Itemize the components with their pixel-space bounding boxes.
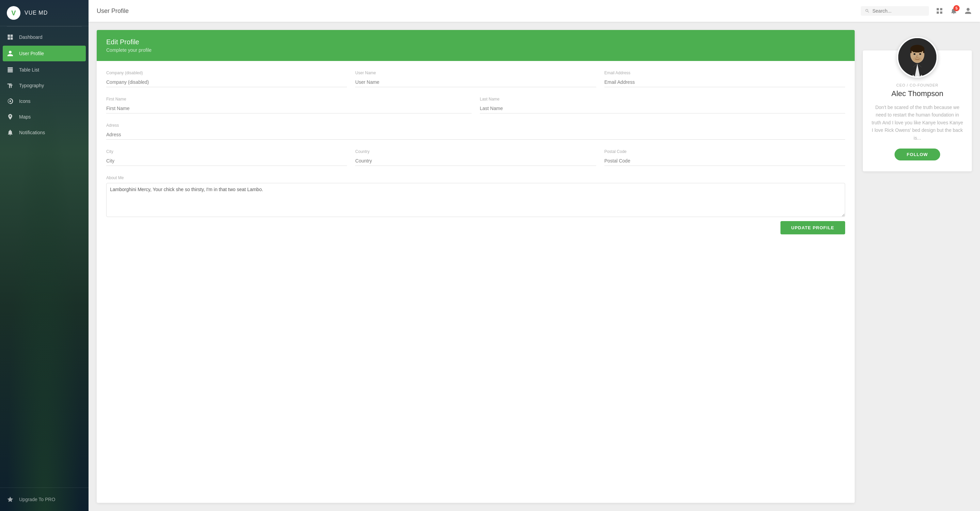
- username-group: User Name: [355, 70, 596, 87]
- app-name: VUE MD: [24, 10, 48, 16]
- profile-role: CEO / CO-FOUNDER: [896, 83, 939, 87]
- country-input[interactable]: [355, 156, 596, 166]
- notifications-bell-btn[interactable]: 5: [950, 7, 958, 14]
- company-label: Company (disabled): [106, 70, 347, 75]
- content-area: Edit Profile Complete your profile Compa…: [89, 22, 980, 511]
- lastname-label: Last Name: [480, 97, 845, 102]
- svg-point-0: [10, 100, 11, 102]
- svg-point-9: [920, 53, 921, 55]
- form-row-3: Adress: [106, 123, 845, 140]
- country-group: Country: [355, 149, 596, 166]
- company-group: Company (disabled): [106, 70, 347, 87]
- sidebar-item-notifications[interactable]: Notifications: [0, 125, 89, 140]
- dashboard-label: Dashboard: [19, 34, 43, 40]
- typography-label: Typography: [19, 83, 44, 88]
- form-header: Edit Profile Complete your profile: [97, 30, 855, 61]
- email-group: Email Address: [605, 70, 845, 87]
- sidebar-logo: V VUE MD: [0, 0, 89, 26]
- form-row-1: Company (disabled) User Name Email Addre…: [106, 70, 845, 87]
- address-input[interactable]: [106, 130, 845, 140]
- postal-label: Postal Code: [605, 149, 845, 154]
- svg-point-10: [913, 57, 922, 62]
- follow-button[interactable]: FOLLOW: [894, 148, 940, 161]
- firstname-input[interactable]: [106, 103, 472, 113]
- maps-label: Maps: [19, 114, 31, 119]
- sidebar-item-dashboard[interactable]: Dashboard: [0, 29, 89, 45]
- firstname-label: First Name: [106, 97, 472, 102]
- account-icon-btn[interactable]: [964, 7, 972, 14]
- city-input[interactable]: [106, 156, 347, 166]
- svg-point-8: [913, 53, 916, 55]
- postal-input[interactable]: [605, 156, 845, 166]
- grid-icon-btn[interactable]: [936, 7, 943, 14]
- city-group: City: [106, 149, 347, 166]
- username-label: User Name: [355, 70, 596, 75]
- form-actions: UPDATE PROFILE: [106, 221, 845, 234]
- form-subtitle: Complete your profile: [106, 47, 845, 53]
- address-label: Adress: [106, 123, 845, 128]
- header: User Profile 5: [89, 0, 980, 22]
- sidebar-item-typography[interactable]: Typography: [0, 78, 89, 93]
- avatar-image: [898, 38, 936, 76]
- form-body: Company (disabled) User Name Email Addre…: [97, 61, 855, 244]
- about-label: About Me: [106, 175, 845, 180]
- form-title: Edit Profile: [106, 38, 845, 46]
- about-me-group: About Me Lamborghini Mercy, Your chick s…: [106, 175, 845, 218]
- search-icon: [865, 8, 870, 14]
- about-me-textarea[interactable]: Lamborghini Mercy, Your chick she so thi…: [106, 183, 845, 217]
- avatar: [897, 37, 938, 78]
- email-input[interactable]: [605, 77, 845, 87]
- svg-rect-6: [910, 49, 912, 53]
- address-group: Adress: [106, 123, 845, 140]
- lastname-input[interactable]: [480, 103, 845, 113]
- upgrade-icon: [7, 496, 14, 503]
- city-label: City: [106, 149, 347, 154]
- sidebar-item-icons[interactable]: Icons: [0, 93, 89, 109]
- profile-sidebar: CEO / CO-FOUNDER Alec Thompson Don't be …: [863, 30, 972, 503]
- maps-icon: [7, 113, 14, 120]
- svg-point-5: [910, 45, 924, 53]
- email-label: Email Address: [605, 70, 845, 75]
- sidebar-footer: Upgrade To PRO: [0, 487, 89, 511]
- profile-name: Alec Thompson: [891, 89, 943, 98]
- update-profile-button[interactable]: UPDATE PROFILE: [780, 221, 845, 234]
- svg-rect-7: [923, 49, 924, 53]
- lastname-group: Last Name: [480, 97, 845, 113]
- search-input[interactable]: [872, 8, 925, 14]
- sidebar-item-maps[interactable]: Maps: [0, 109, 89, 125]
- postal-group: Postal Code: [605, 149, 845, 166]
- notifications-label: Notifications: [19, 130, 45, 135]
- dashboard-icon: [7, 34, 14, 41]
- sidebar-item-user-profile[interactable]: User Profile: [3, 46, 86, 61]
- upgrade-label: Upgrade To PRO: [19, 497, 55, 502]
- form-row-2: First Name Last Name: [106, 97, 845, 113]
- logo-circle: V: [7, 6, 21, 20]
- typography-icon: [7, 82, 14, 89]
- icons-icon: [7, 98, 14, 105]
- icons-label: Icons: [19, 99, 30, 104]
- avatar-wrap: [897, 37, 938, 78]
- upgrade-to-pro[interactable]: Upgrade To PRO: [7, 493, 82, 506]
- table-list-label: Table List: [19, 67, 39, 73]
- country-label: Country: [355, 149, 596, 154]
- page-title: User Profile: [97, 8, 861, 14]
- user-profile-label: User Profile: [19, 51, 44, 56]
- sidebar: V VUE MD Dashboard User Pro: [0, 0, 89, 511]
- profile-card: CEO / CO-FOUNDER Alec Thompson Don't be …: [863, 51, 972, 171]
- notifications-icon: [7, 129, 14, 136]
- table-icon: [7, 67, 14, 73]
- search-box: [861, 6, 929, 16]
- form-row-4: City Country Postal Code: [106, 149, 845, 166]
- main-area: User Profile 5: [89, 0, 980, 511]
- notification-badge: 5: [953, 5, 959, 11]
- sidebar-nav: Dashboard User Profile Table List: [0, 27, 89, 487]
- logo-icon: V: [11, 10, 16, 16]
- sidebar-item-table-list[interactable]: Table List: [0, 62, 89, 78]
- profile-bio: Don't be scared of the truth because we …: [863, 103, 972, 142]
- header-right: 5: [861, 6, 972, 16]
- form-card: Edit Profile Complete your profile Compa…: [97, 30, 855, 503]
- username-input[interactable]: [355, 77, 596, 87]
- company-input: [106, 77, 347, 87]
- person-icon: [7, 50, 14, 57]
- firstname-group: First Name: [106, 97, 472, 113]
